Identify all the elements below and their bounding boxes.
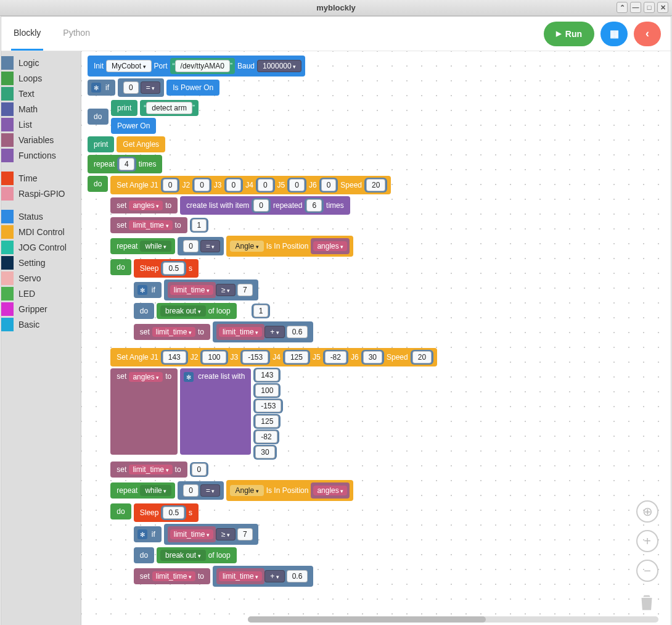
block-sleep2[interactable]: Sleep0.5s (134, 503, 199, 522)
block-setangle-2[interactable]: Set Angle J1 143 J2100 J3-153 J4125 J5-8… (110, 348, 437, 366)
toolbox-jog control[interactable]: JOG Control (1, 239, 81, 255)
minimize-icon[interactable]: — (630, 2, 641, 13)
exit-button[interactable]: ‹ (634, 22, 661, 46)
toolbox-loops[interactable]: Loops (1, 70, 81, 86)
toolbox-functions[interactable]: Functions (1, 147, 81, 163)
block-sleep1[interactable]: Sleep0.5s (134, 259, 199, 278)
list-value[interactable]: -82 (253, 429, 279, 444)
list-value[interactable]: -153 (253, 399, 283, 413)
baud-dropdown[interactable]: 1000000 (257, 60, 301, 72)
block-set-limit2[interactable]: setlimit_timeto (110, 462, 187, 478)
toolbox-math[interactable]: Math (1, 101, 81, 117)
titlebar: myblockly ⌃ — □ ✕ (0, 0, 672, 16)
zoom-out-icon[interactable]: − (636, 560, 658, 582)
toolbox-led[interactable]: LED (1, 286, 81, 301)
block-if3[interactable]: if (134, 526, 162, 542)
block-poweron[interactable]: Power On (111, 118, 156, 134)
gear-icon[interactable] (91, 83, 101, 93)
toolbox-time[interactable]: Time (1, 170, 81, 186)
layout-button[interactable]: ▦ (600, 22, 628, 46)
gear-icon (137, 285, 147, 295)
device-dropdown[interactable]: MyCobot (106, 60, 152, 72)
menu-icon[interactable]: ⌃ (617, 2, 628, 13)
block-break2[interactable]: break outof loop (157, 547, 237, 563)
grid-icon: ▦ (610, 28, 619, 39)
run-button[interactable]: Run (544, 22, 594, 46)
trash-icon[interactable] (636, 592, 657, 616)
toolbox-status[interactable]: Status (1, 209, 81, 224)
block-set-angles[interactable]: setanglesto (110, 197, 178, 213)
block-print[interactable]: print (111, 100, 137, 116)
block-isinpos2[interactable]: AngleIs In Positionangles (226, 480, 353, 501)
block-setangle-1[interactable]: Set Angle J1 0 J20 J30 J40 J50 J60 Speed… (110, 176, 391, 194)
block-createlistwith[interactable]: create list with (180, 368, 251, 455)
toolbox-basic[interactable]: Basic (1, 317, 81, 332)
list-value[interactable]: 100 (253, 383, 281, 398)
block-set-angles2[interactable]: setanglesto (110, 368, 178, 455)
chevron-left-icon: ‹ (645, 27, 649, 40)
toolbox-setting[interactable]: Setting (1, 255, 81, 270)
block-while2[interactable]: repeatwhile (110, 482, 175, 499)
block-set-limit-inc2[interactable]: setlimit_timeto (134, 568, 210, 584)
maximize-icon[interactable]: □ (644, 2, 655, 13)
toolbox-servo[interactable]: Servo (1, 270, 81, 286)
block-if[interactable]: if (88, 80, 115, 96)
block-getangles[interactable]: Get Angles (117, 136, 165, 152)
toolbox-raspi-gpio[interactable]: Raspi-GPIO (1, 186, 81, 201)
gear-icon (184, 372, 194, 382)
window-title: myblockly (316, 3, 356, 12)
zoom-in-icon[interactable]: + (636, 530, 658, 552)
block-init[interactable]: Init MyCobot Port “/dev/ttyAMA0” Baud 10… (88, 56, 305, 77)
toolbox-gripper[interactable]: Gripper (1, 301, 81, 317)
toolbox-text[interactable]: Text (1, 86, 81, 101)
toolbox-list[interactable]: List (1, 117, 81, 132)
close-icon[interactable]: ✕ (657, 2, 668, 13)
list-value[interactable]: 143 (253, 368, 281, 383)
workspace[interactable]: Init MyCobot Port “/dev/ttyAMA0” Baud 10… (81, 51, 671, 625)
toolbox-variables[interactable]: Variables (1, 132, 81, 147)
toolbox-mdi control[interactable]: MDI Control (1, 224, 81, 239)
gear-icon (137, 529, 147, 539)
block-set-limit1[interactable]: setlimit_timeto (110, 217, 187, 233)
tab-blockly[interactable]: Blockly (11, 17, 43, 51)
block-isinpos1[interactable]: AngleIs In Positionangles (226, 236, 353, 257)
block-createlist-repeat[interactable]: create list with item 0 repeated 6 times (180, 196, 350, 215)
block-while1[interactable]: repeatwhile (110, 238, 175, 254)
tab-python[interactable]: Python (60, 17, 92, 51)
topbar: Blockly Python Run ▦ ‹ (1, 17, 671, 51)
block-set-limit-inc1[interactable]: setlimit_timeto (134, 324, 210, 340)
block-break1[interactable]: break outof loop (157, 303, 237, 319)
list-value[interactable]: 30 (253, 445, 276, 460)
list-value[interactable]: 125 (253, 414, 281, 429)
center-icon[interactable]: ⊕ (636, 500, 658, 523)
block-if2[interactable]: if (134, 282, 162, 298)
block-ispoweron[interactable]: Is Power On (166, 80, 219, 96)
toolbox: LogicLoopsTextMathListVariablesFunctions… (1, 51, 81, 625)
block-repeat[interactable]: repeat 4 times (88, 155, 162, 173)
horizontal-scrollbar[interactable] (248, 616, 658, 623)
toolbox-logic[interactable]: Logic (1, 55, 81, 70)
block-print2[interactable]: print (88, 136, 114, 152)
